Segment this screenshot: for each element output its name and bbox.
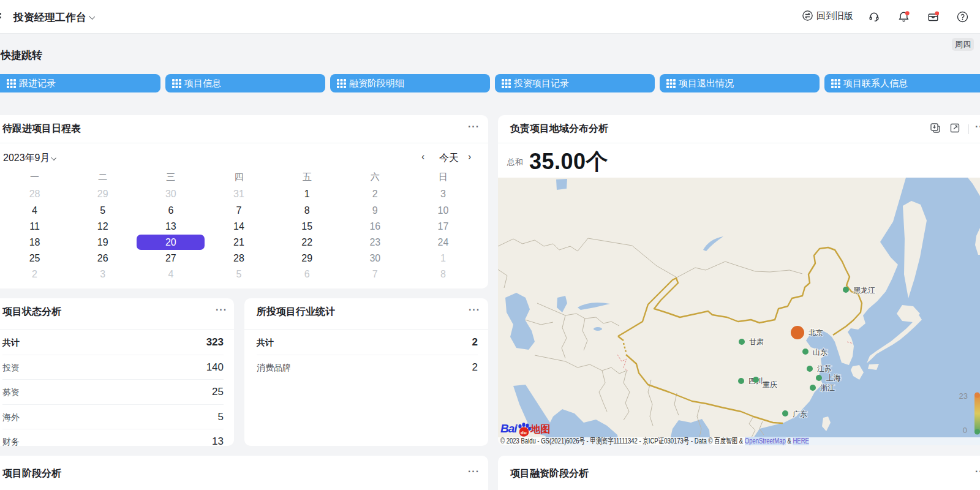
svg-text:黑龙江: 黑龙江: [853, 286, 875, 295]
svg-text:23: 23: [959, 391, 968, 401]
svg-text:广东: 广东: [793, 410, 807, 418]
svg-text:重庆: 重庆: [763, 380, 777, 389]
svg-text:北京: 北京: [809, 328, 823, 337]
svg-text:山东: 山东: [813, 348, 827, 356]
svg-text:浙江: 浙江: [820, 383, 835, 392]
svg-text:上海: 上海: [826, 374, 841, 382]
svg-text:0: 0: [963, 426, 967, 435]
svg-text:du: du: [521, 430, 527, 435]
svg-text:江苏: 江苏: [817, 364, 832, 373]
svg-text:甘肃: 甘肃: [749, 337, 764, 346]
